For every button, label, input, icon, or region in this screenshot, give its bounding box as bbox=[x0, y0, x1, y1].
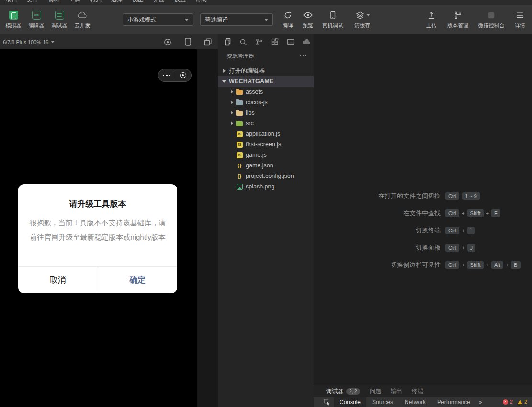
activity-bar bbox=[218, 34, 314, 49]
details-label: 详情 bbox=[515, 22, 525, 29]
key-chip: Shift bbox=[467, 209, 484, 217]
simulator-screen[interactable]: 请升级工具版本 很抱歉，当前工具版本不支持该基础库，请前往官网升级至最新稳定版本… bbox=[0, 49, 197, 407]
tree-item-project-config-json[interactable]: project.config.json bbox=[218, 171, 314, 181]
menu-item[interactable]: 选择 bbox=[111, 0, 123, 4]
error-counter[interactable]: 2 bbox=[503, 399, 513, 405]
chevron-right-icon bbox=[231, 121, 233, 125]
weda-console-button[interactable]: 微搭控制台 bbox=[473, 6, 510, 33]
chevron-right-icon bbox=[231, 90, 233, 94]
tree-item-application-js[interactable]: application.js bbox=[218, 129, 314, 139]
json-file-icon bbox=[236, 173, 243, 179]
clear-cache-label: 清缓存 bbox=[355, 22, 371, 29]
explorer-title: 资源管理器 bbox=[226, 53, 254, 60]
menu-item[interactable]: 帮助 bbox=[195, 0, 207, 4]
tree-item-assets[interactable]: assets bbox=[218, 87, 314, 97]
compile-mode-select[interactable]: 普通编译 bbox=[200, 13, 273, 26]
record-icon[interactable] bbox=[163, 38, 172, 46]
chevron-down-icon bbox=[222, 80, 226, 83]
simulator-icon bbox=[9, 11, 18, 20]
file-tree: 打开的编辑器 WECHATGAME assets cocos-js libs s… bbox=[218, 66, 314, 192]
tab-debugger[interactable]: 调试器 2, 2 bbox=[321, 385, 365, 397]
search-icon[interactable] bbox=[238, 36, 249, 48]
more-tabs-chevron[interactable]: » bbox=[476, 397, 485, 407]
chevron-down-icon bbox=[366, 14, 370, 16]
compile-select-value: 普通编译 bbox=[205, 16, 228, 24]
menu-item[interactable]: 转到 bbox=[90, 0, 102, 4]
js-file-icon bbox=[236, 131, 243, 137]
menubar: 项目文件编辑工具转到选择视图界面设置帮助 bbox=[0, 0, 532, 5]
project-root-section[interactable]: WECHATGAME bbox=[218, 76, 314, 87]
warning-counter[interactable]: 2 bbox=[518, 399, 527, 405]
key-chip: ` bbox=[467, 227, 475, 234]
chevron-right-icon bbox=[231, 111, 233, 115]
compile-button[interactable]: 编译 bbox=[278, 6, 298, 33]
mode-select-value: 小游戏模式 bbox=[127, 16, 156, 24]
explorer-header: 资源管理器 bbox=[218, 49, 314, 63]
devtools-tab-performance[interactable]: Performance bbox=[431, 397, 476, 407]
error-icon bbox=[503, 399, 508, 405]
preview-label: 预览 bbox=[303, 22, 313, 29]
devtools-tab-bar: Console Sources Network Performance » 2 … bbox=[314, 397, 532, 407]
tree-item-game-json[interactable]: game.json bbox=[218, 160, 314, 171]
tree-item-game-js[interactable]: game.js bbox=[218, 150, 314, 160]
tab-problems[interactable]: 问题 bbox=[365, 385, 386, 397]
menu-item[interactable]: 设置 bbox=[174, 0, 186, 4]
tree-item-cocos-js[interactable]: cocos-js bbox=[218, 97, 314, 108]
device-debug-button[interactable]: 真机调试 bbox=[318, 6, 348, 33]
cloud-dev-button[interactable]: 云开发 bbox=[71, 6, 94, 33]
main-toolbar: 模拟器 编辑器 调试器 云开发 小游戏模式 普通编译 编译 bbox=[0, 5, 532, 34]
menu-item[interactable]: 视图 bbox=[132, 0, 144, 4]
layout-icon[interactable] bbox=[285, 36, 296, 48]
menu-item[interactable]: 编辑 bbox=[48, 0, 59, 4]
phone-icon[interactable] bbox=[183, 38, 192, 46]
preview-button[interactable]: 预览 bbox=[298, 6, 318, 33]
extensions-icon[interactable] bbox=[269, 36, 281, 48]
tree-item-splash-png[interactable]: splash.png bbox=[218, 181, 314, 192]
cancel-button[interactable]: 取消 bbox=[18, 267, 98, 293]
source-control-icon[interactable] bbox=[253, 36, 265, 48]
debugger-button[interactable]: 调试器 bbox=[48, 6, 71, 33]
version-button[interactable]: 版本管理 bbox=[443, 6, 473, 33]
eye-icon bbox=[303, 11, 313, 20]
tab-terminal[interactable]: 终端 bbox=[407, 385, 428, 397]
editor-button[interactable]: 编辑器 bbox=[25, 6, 48, 33]
confirm-button[interactable]: 确定 bbox=[98, 267, 178, 293]
menu-item[interactable]: 项目 bbox=[6, 0, 17, 4]
tab-output[interactable]: 输出 bbox=[386, 385, 407, 397]
shortcut-label: 在打开的文件之间切换 bbox=[314, 192, 441, 200]
code-icon bbox=[32, 11, 41, 20]
upload-button[interactable]: 上传 bbox=[420, 6, 443, 33]
simulator-panel: 6/7/8 Plus 100% 16 请升级工具版本 很抱歉，当前工具版本不支持… bbox=[0, 34, 218, 407]
open-editors-section[interactable]: 打开的编辑器 bbox=[218, 66, 314, 76]
clear-cache-button[interactable]: 清缓存 bbox=[348, 6, 377, 33]
tree-item-first-screen-js[interactable]: first-screen.js bbox=[218, 139, 314, 150]
chevron-down-icon bbox=[264, 19, 268, 21]
cloud-sync-icon[interactable] bbox=[301, 36, 312, 48]
menu-item[interactable]: 工具 bbox=[69, 0, 80, 4]
shortcut-row: 切换终端Ctrl+` bbox=[314, 222, 532, 239]
menu-lines-icon bbox=[515, 11, 525, 20]
chevron-right-icon bbox=[223, 69, 226, 73]
inspect-element-icon[interactable] bbox=[320, 397, 334, 407]
capsule-home-icon[interactable] bbox=[175, 69, 192, 81]
folder-icon bbox=[236, 88, 243, 95]
key-chip: B bbox=[511, 261, 520, 269]
shortcut-label: 在文件中查找 bbox=[314, 209, 441, 218]
tree-item-libs[interactable]: libs bbox=[218, 108, 314, 118]
devtools-tab-network[interactable]: Network bbox=[399, 397, 431, 407]
cloud-icon bbox=[78, 11, 87, 20]
devtools-tab-sources[interactable]: Sources bbox=[366, 397, 399, 407]
windows-icon[interactable] bbox=[204, 38, 212, 46]
tree-item-src[interactable]: src bbox=[218, 118, 314, 129]
mode-select[interactable]: 小游戏模式 bbox=[123, 13, 193, 26]
device-select[interactable]: 6/7/8 Plus 100% 16 bbox=[3, 39, 55, 45]
menu-item[interactable]: 界面 bbox=[153, 0, 165, 4]
simulator-button[interactable]: 模拟器 bbox=[2, 6, 25, 33]
files-icon[interactable] bbox=[222, 36, 233, 48]
details-button[interactable]: 详情 bbox=[510, 6, 530, 33]
image-file-icon bbox=[236, 183, 243, 190]
more-actions-icon[interactable] bbox=[299, 54, 307, 59]
menu-item[interactable]: 文件 bbox=[27, 0, 38, 4]
devtools-tab-console[interactable]: Console bbox=[334, 397, 366, 407]
capsule-more-icon[interactable] bbox=[158, 69, 175, 81]
